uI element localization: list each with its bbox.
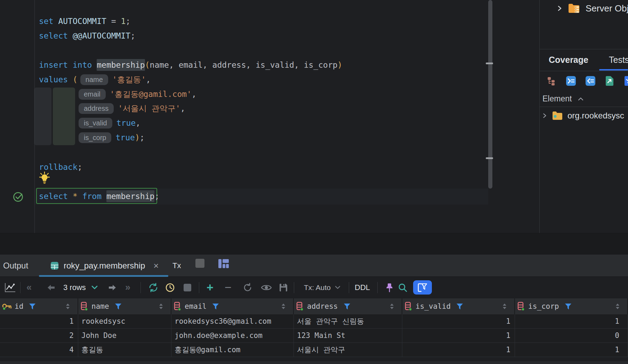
grid-cell-is_corp[interactable]: 1: [515, 343, 628, 357]
toolbar-divider: [140, 282, 141, 293]
statement-executed-check-icon[interactable]: [13, 191, 24, 203]
column-header-is_corp[interactable]: is_corp: [515, 298, 628, 314]
sort-toggle-icon[interactable]: [281, 303, 285, 310]
grid-cell-name[interactable]: rookedsysc: [78, 314, 171, 328]
filter-panel-toggle-active[interactable]: [413, 280, 432, 295]
column-header-is_valid[interactable]: is_valid: [402, 298, 515, 314]
code-line[interactable]: address'서울시 관악구',: [76, 101, 185, 116]
code-line[interactable]: insert into membership(name, email, addr…: [39, 58, 342, 72]
toolbar-divider: [377, 282, 378, 293]
tab-tests[interactable]: Tests: [609, 49, 628, 71]
revert-icon[interactable]: [243, 277, 252, 298]
code-line[interactable]: is_validtrue,: [76, 116, 140, 130]
code-token: from: [82, 192, 102, 201]
stop-icon[interactable]: [195, 259, 204, 268]
code-line[interactable]: values (name'홍길동',: [39, 72, 151, 87]
tree-item-package[interactable]: org.rookedsysc: [542, 107, 628, 125]
coverage-column-header-element[interactable]: Element: [542, 91, 583, 107]
grid-cell-address[interactable]: 서울 관악구 신림동: [294, 314, 402, 328]
chevron-right-icon[interactable]: [542, 113, 547, 118]
grid-cell-is_valid[interactable]: 1: [402, 314, 515, 328]
run-coverage-icon[interactable]: [566, 76, 576, 86]
tab-result-grid[interactable]: roky_pay.membership ×: [50, 255, 159, 277]
tx-mode-selector[interactable]: Tx: Auto: [304, 277, 340, 298]
code-line[interactable]: email'홍길동@gamil.com',: [76, 87, 196, 101]
filter-funnel-icon[interactable]: [29, 303, 36, 310]
column-header-id[interactable]: id: [0, 298, 78, 314]
code-line[interactable]: select @@AUTOCOMMIT;: [39, 28, 135, 43]
history-clock-icon[interactable]: [165, 277, 175, 298]
filter-funnel-icon[interactable]: [344, 303, 351, 310]
add-row-icon[interactable]: +: [207, 277, 214, 298]
grid-cell-address[interactable]: 서울시 관악구: [294, 343, 402, 357]
column-header-email[interactable]: email: [171, 298, 294, 314]
intention-lightbulb-icon[interactable]: [39, 172, 50, 184]
code-line[interactable]: is_corptrue);: [76, 130, 145, 145]
stop-query-icon[interactable]: [184, 277, 191, 298]
sort-toggle-icon[interactable]: [390, 303, 394, 310]
tab-coverage[interactable]: Coverage: [549, 49, 588, 71]
code-token: membership: [97, 59, 145, 71]
next-page-button[interactable]: [108, 277, 117, 298]
filter-funnel-icon[interactable]: [212, 303, 219, 310]
save-icon[interactable]: [279, 277, 288, 298]
filter-funnel-icon[interactable]: [565, 303, 572, 310]
preview-eye-icon[interactable]: [261, 277, 272, 298]
column-header-name[interactable]: name: [78, 298, 171, 314]
export-report-teal-icon[interactable]: [605, 76, 614, 86]
tree-item-server-objects[interactable]: Server Obj: [556, 0, 628, 17]
editor-scrollbar[interactable]: [488, 0, 492, 189]
grid-cell-email[interactable]: john.doe@example.com: [171, 329, 294, 342]
import-report-blue-icon[interactable]: [624, 76, 628, 86]
column-label: is_corp: [528, 302, 559, 311]
ddl-button[interactable]: DDL: [355, 277, 370, 298]
tab-output[interactable]: Output: [3, 255, 28, 277]
search-icon[interactable]: [398, 277, 408, 298]
delete-row-icon[interactable]: −: [225, 277, 232, 298]
grid-cell-id[interactable]: 2: [0, 329, 78, 342]
sort-toggle-icon[interactable]: [159, 303, 163, 310]
sort-toggle-icon[interactable]: [615, 303, 620, 310]
rerun-coverage-icon[interactable]: [586, 76, 595, 86]
sort-toggle-icon[interactable]: [502, 303, 507, 310]
sql-editor[interactable]: set AUTOCOMMIT = 1;select @@AUTOCOMMIT;i…: [0, 0, 539, 233]
chevron-right-icon[interactable]: [556, 5, 563, 11]
previous-page-button[interactable]: [47, 277, 56, 298]
close-tab-icon[interactable]: ×: [153, 260, 159, 271]
code-token: select: [39, 31, 68, 40]
grid-cell-id[interactable]: 1: [0, 314, 78, 328]
refresh-icon[interactable]: [148, 277, 159, 298]
code-line[interactable]: set AUTOCOMMIT = 1;: [39, 14, 130, 28]
grid-cell-name[interactable]: John Doe: [78, 329, 171, 342]
grid-cell-email[interactable]: 홍길동@gamil.com: [171, 343, 294, 357]
tab-tx[interactable]: Tx: [172, 255, 181, 277]
panel-vertical-divider[interactable]: [539, 0, 540, 233]
plot-icon[interactable]: [4, 277, 16, 298]
column-header-address[interactable]: address: [294, 298, 402, 314]
code-token: ;: [154, 192, 159, 201]
first-page-button[interactable]: «: [26, 277, 31, 298]
last-page-button[interactable]: »: [125, 277, 130, 298]
pin-tab-icon[interactable]: [385, 277, 394, 298]
column-icon: [296, 302, 304, 311]
layout-settings-icon[interactable]: [218, 259, 229, 268]
grid-cell-is_corp[interactable]: 0: [515, 329, 628, 342]
page-size-label[interactable]: 3 rows: [63, 277, 86, 298]
grid-cell-is_valid[interactable]: 1: [402, 343, 515, 357]
grid-cell-is_valid[interactable]: 1: [402, 329, 515, 342]
code-token: name, email, address, is_valid, is_corp: [150, 60, 338, 69]
code-line[interactable]: select * from membership;: [39, 189, 159, 204]
grid-cell-email[interactable]: rookedsysc36@gmail.com: [171, 314, 294, 328]
coverage-tree-icon[interactable]: [547, 76, 556, 85]
page-size-chevron-icon[interactable]: [91, 277, 98, 298]
grid-cell-id[interactable]: 4: [0, 343, 78, 357]
filter-funnel-icon[interactable]: [115, 303, 122, 310]
grid-cell-address[interactable]: 123 Main St: [294, 329, 402, 342]
grid-cell-is_corp[interactable]: 1: [515, 314, 628, 328]
filter-funnel-icon[interactable]: [456, 303, 463, 310]
column-icon: [80, 302, 89, 311]
grid-cell-name[interactable]: 홍길동: [78, 343, 171, 357]
right-tool-panel: Server Obj Coverage Tests: [540, 0, 628, 233]
column-label: address: [307, 302, 338, 311]
sort-toggle-icon[interactable]: [66, 303, 70, 310]
